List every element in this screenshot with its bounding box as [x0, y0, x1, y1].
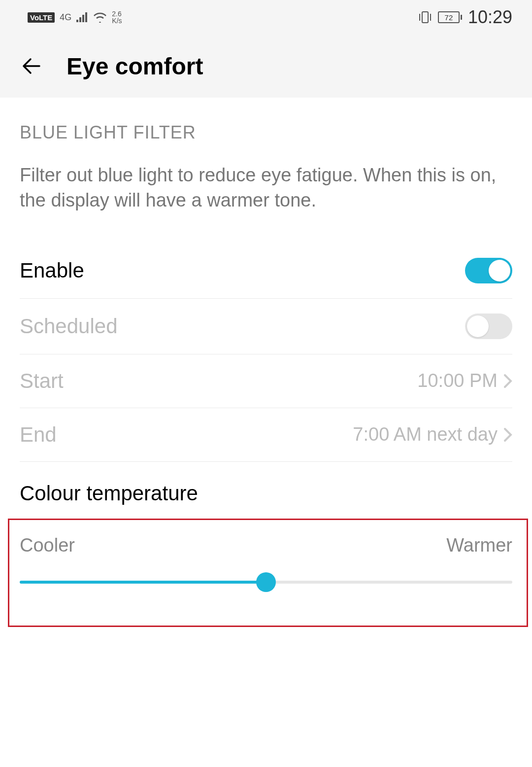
speed-value: 2.6 — [112, 10, 122, 17]
enable-row[interactable]: Enable — [20, 243, 512, 299]
battery-indicator: 72 — [438, 11, 462, 23]
cooler-label: Cooler — [20, 535, 75, 556]
svg-rect-4 — [422, 12, 428, 23]
section-description: Filter out blue light to reduce eye fati… — [20, 163, 512, 213]
toggle-knob-icon — [467, 315, 489, 337]
start-value: 10:00 PM — [417, 370, 498, 391]
scheduled-label: Scheduled — [20, 314, 118, 338]
vibrate-icon — [418, 11, 432, 24]
chevron-right-icon — [503, 374, 512, 388]
network-speed: 2.6 K/s — [112, 10, 122, 24]
colour-temperature-slider[interactable] — [20, 581, 512, 584]
colour-temperature-slider-section: Cooler Warmer — [20, 515, 512, 593]
arrow-left-icon — [20, 54, 44, 78]
signal-strength-icon — [76, 12, 88, 22]
speed-unit: K/s — [112, 17, 122, 24]
scheduled-toggle[interactable] — [465, 314, 512, 339]
back-button[interactable] — [20, 54, 44, 78]
enable-toggle[interactable] — [465, 258, 512, 283]
network-type-icon: 4G — [60, 12, 71, 23]
end-value: 7:00 AM next day — [353, 424, 498, 445]
colour-temperature-label: Colour temperature — [20, 462, 512, 515]
scheduled-row[interactable]: Scheduled — [20, 299, 512, 354]
warmer-label: Warmer — [446, 535, 512, 556]
start-label: Start — [20, 369, 64, 393]
end-row[interactable]: End 7:00 AM next day — [20, 408, 512, 462]
svg-rect-0 — [76, 20, 78, 22]
battery-nub-icon — [461, 15, 462, 20]
enable-label: Enable — [20, 259, 84, 282]
slider-thumb[interactable] — [256, 572, 276, 592]
battery-percentage: 72 — [438, 11, 460, 23]
svg-rect-2 — [82, 15, 84, 22]
page-title: Eye comfort — [66, 53, 203, 80]
start-row[interactable]: Start 10:00 PM — [20, 354, 512, 408]
section-heading: BLUE LIGHT FILTER — [20, 122, 512, 143]
end-label: End — [20, 423, 57, 447]
start-value-group: 10:00 PM — [417, 370, 512, 391]
end-value-group: 7:00 AM next day — [353, 424, 512, 445]
toggle-knob-icon — [489, 260, 510, 281]
volte-badge: VoLTE — [28, 12, 55, 23]
clock: 10:29 — [468, 7, 512, 28]
svg-rect-1 — [79, 17, 81, 22]
status-left: VoLTE 4G 2.6 K/s — [28, 10, 122, 24]
status-bar: VoLTE 4G 2.6 K/s 72 10:29 — [0, 0, 532, 35]
slider-labels: Cooler Warmer — [20, 535, 512, 556]
svg-rect-3 — [85, 12, 87, 22]
chevron-right-icon — [503, 427, 512, 442]
status-right: 72 10:29 — [418, 7, 512, 28]
slider-fill — [20, 581, 266, 584]
content-area: BLUE LIGHT FILTER Filter out blue light … — [0, 98, 532, 593]
wifi-icon — [93, 12, 107, 23]
page-header: Eye comfort — [0, 35, 532, 98]
